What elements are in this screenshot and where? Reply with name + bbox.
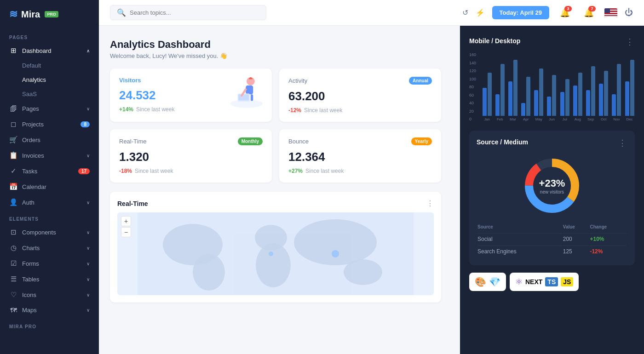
bar-aug-dark <box>573 86 577 116</box>
bar-label-jan: Jan <box>484 117 490 121</box>
donut-subtitle: new visitors <box>539 189 565 194</box>
refresh-icon[interactable]: ↺ <box>462 8 468 17</box>
realtime-header: Real-Time Monthly <box>119 137 263 145</box>
bar-group-nov: Nov <box>611 64 622 121</box>
maps-chevron: ∨ <box>86 308 90 313</box>
sidebar-item-saas[interactable]: SaaS <box>0 87 99 101</box>
donut-center: +23% new visitors <box>539 177 565 194</box>
invoices-icon: 📋 <box>9 151 17 160</box>
tech-card-figma-sketch: 🎨 💎 <box>469 273 506 291</box>
sidebar-item-charts[interactable]: ◷ Charts ∨ <box>0 240 99 256</box>
pages-chevron: ∨ <box>86 106 90 111</box>
visitors-illustration <box>226 73 267 110</box>
visitors-since: Since last week <box>136 106 174 113</box>
bounce-change-pct: +27% <box>288 168 303 174</box>
realtime-since: Since last week <box>135 168 173 174</box>
pages-label: Pages <box>22 105 39 112</box>
sidebar-item-analytics[interactable]: Analytics <box>0 73 99 87</box>
invoices-chevron: ∨ <box>86 153 90 158</box>
search-box[interactable]: 🔍 <box>110 5 266 20</box>
bar-jul-dark <box>560 92 564 116</box>
bar-group-jul: Jul <box>559 79 570 121</box>
sidebar-item-forms[interactable]: ☑ Forms ∨ <box>0 256 99 271</box>
alerts-button[interactable]: 🔔 7 <box>581 5 597 21</box>
page-subtitle: Welcome back, Lucy! We've missed you. 👋 <box>110 52 449 59</box>
tasks-icon: ✓ <box>9 167 17 175</box>
sidebar-item-calendar[interactable]: 📅 Calendar <box>0 179 99 194</box>
bar-group-apr: Apr <box>521 77 531 121</box>
section-label-pages: PAGES <box>0 29 99 43</box>
language-selector[interactable] <box>604 8 617 17</box>
visitors-change-pct: +14% <box>119 106 133 113</box>
sidebar-item-maps[interactable]: 🗺 Maps ∨ <box>0 303 99 318</box>
map-background: + − <box>117 212 434 295</box>
components-chevron: ∨ <box>86 230 90 235</box>
bar-nov-light <box>617 64 621 116</box>
bar-sep-light <box>591 66 595 116</box>
date-button[interactable]: Today: April 29 <box>492 6 549 19</box>
bar-label-mar: Mar <box>510 117 516 121</box>
sidebar-item-icons[interactable]: ♡ Icons ∨ <box>0 287 99 303</box>
sidebar-item-default[interactable]: Default <box>0 58 99 73</box>
sidebar-item-auth[interactable]: 👤 Auth ∨ <box>0 194 99 210</box>
col-change: Change <box>590 224 627 232</box>
bounce-label: Bounce <box>288 138 309 145</box>
source-medium-section: Source / Medium ⋮ <box>469 131 635 265</box>
mobile-desktop-menu[interactable]: ⋮ <box>626 37 635 47</box>
sidebar-item-orders[interactable]: 🛒 Orders <box>0 132 99 148</box>
auth-chevron: ∨ <box>86 200 90 205</box>
topbar-right: ↺ ⚡ Today: April 29 🔔 3 🔔 7 ⏻ <box>462 5 633 21</box>
section-label-elements: ELEMENTS <box>0 210 99 224</box>
sidebar-item-tables[interactable]: ☰ Tables ∨ <box>0 271 99 287</box>
charts-icon: ◷ <box>9 244 17 252</box>
tech-card-stack: ⚛ NEXT TS JS <box>510 273 579 291</box>
bar-chart-dark: Jan Feb <box>482 52 635 121</box>
orders-icon: 🛒 <box>9 136 17 144</box>
bar-group-aug: Aug <box>572 73 583 121</box>
sidebar-item-components[interactable]: ⊡ Components ∨ <box>0 224 99 240</box>
sidebar-item-pages[interactable]: 🗐 Pages ∨ <box>0 101 99 116</box>
svg-point-19 <box>294 219 377 265</box>
y-label-120: 120 <box>469 69 476 73</box>
bar-label-feb: Feb <box>497 117 503 121</box>
icons-label: Icons <box>22 291 36 298</box>
filter-icon[interactable]: ⚡ <box>476 8 485 17</box>
bar-feb-light <box>500 64 505 116</box>
bounce-header: Bounce Yearly <box>288 137 432 145</box>
sidebar-item-invoices[interactable]: 📋 Invoices ∨ <box>0 148 99 163</box>
bar-dec-light <box>630 60 634 116</box>
right-content: Mobile / Desktop ⋮ 160 140 120 100 80 60… <box>460 26 644 354</box>
section-label-mira-pro: MIRA PRO <box>0 318 99 332</box>
bar-label-jul: Jul <box>563 117 567 121</box>
alerts-count: 7 <box>588 6 596 11</box>
source-social: Social <box>477 233 562 245</box>
bar-jul-light <box>565 79 569 116</box>
power-button[interactable]: ⏻ <box>625 8 633 17</box>
sidebar-item-projects[interactable]: ◻ Projects 8 <box>0 116 99 132</box>
bar-apr-light <box>526 77 530 116</box>
tech-logos: 🎨 💎 ⚛ NEXT TS JS <box>469 273 635 291</box>
value-social: 200 <box>563 233 589 245</box>
tech-stack-section: 🎨 💎 ⚛ NEXT TS JS <box>469 273 635 291</box>
svg-point-16 <box>193 254 225 291</box>
notifications-button[interactable]: 🔔 3 <box>557 5 573 21</box>
bar-group-oct: Oct <box>598 71 609 121</box>
sidebar-item-dashboard[interactable]: ⊞ Dashboard ∧ <box>0 43 99 58</box>
bar-may-light <box>539 69 543 116</box>
map-menu[interactable]: ⋮ <box>426 199 434 208</box>
forms-label: Forms <box>22 260 39 267</box>
svg-rect-4 <box>604 16 617 17</box>
maps-label: Maps <box>22 307 37 314</box>
svg-rect-3 <box>604 14 617 15</box>
col-value: Value <box>563 224 589 232</box>
bar-group-dec: Dec <box>624 60 635 121</box>
bar-nov-dark <box>612 94 616 116</box>
pages-icon: 🗐 <box>9 105 17 113</box>
search-input[interactable] <box>130 9 259 16</box>
activity-since: Since last week <box>304 107 342 114</box>
main-area: 🔍 ↺ ⚡ Today: April 29 🔔 3 🔔 7 ⏻ <box>99 0 644 354</box>
source-medium-menu[interactable]: ⋮ <box>618 138 627 148</box>
calendar-icon: 📅 <box>9 183 17 191</box>
donut-percentage: +23% <box>539 177 565 189</box>
sidebar-item-tasks[interactable]: ✓ Tasks 17 <box>0 163 99 179</box>
